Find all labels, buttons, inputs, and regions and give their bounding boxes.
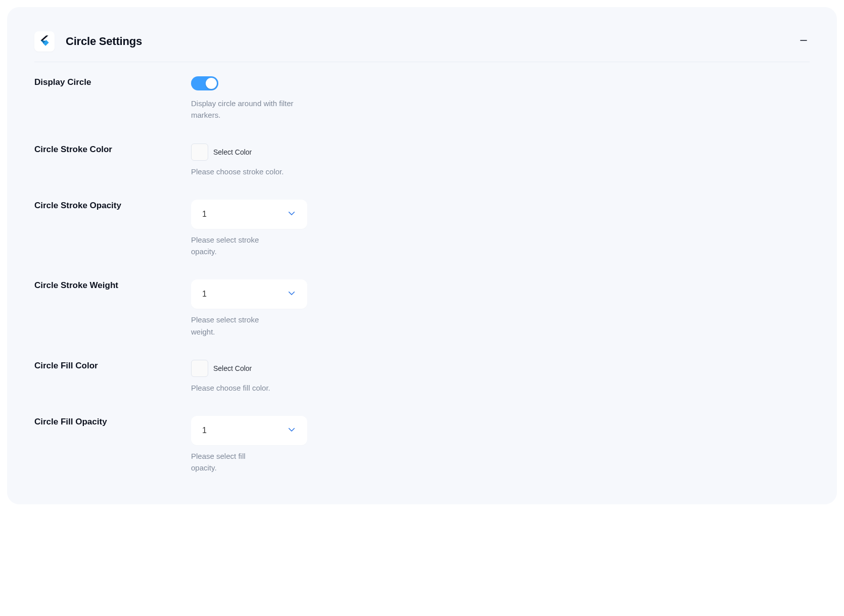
row-stroke-opacity: Circle Stroke Opacity 1 Please select st… <box>34 200 810 258</box>
minus-icon <box>799 36 808 48</box>
row-fill-color: Circle Fill Color Select Color Please ch… <box>34 360 810 394</box>
row-stroke-color: Circle Stroke Color Select Color Please … <box>34 144 810 177</box>
help-stroke-color: Please choose stroke color. <box>191 166 322 177</box>
help-fill-color: Please choose fill color. <box>191 382 322 394</box>
stroke-weight-value: 1 <box>202 290 207 299</box>
control-stroke-color: Select Color Please choose stroke color. <box>191 144 810 177</box>
fill-color-swatch[interactable] <box>191 360 208 377</box>
stroke-color-picker: Select Color <box>191 144 810 161</box>
control-stroke-weight: 1 Please select stroke weight. <box>191 279 810 338</box>
label-fill-color: Circle Fill Color <box>34 360 191 371</box>
chevron-down-icon <box>287 289 296 300</box>
fill-color-picker: Select Color <box>191 360 810 377</box>
collapse-button[interactable] <box>798 35 810 48</box>
stroke-color-swatch[interactable] <box>191 144 208 161</box>
fill-opacity-select[interactable]: 1 <box>191 416 307 445</box>
control-fill-opacity: 1 Please select fill opacity. <box>191 416 810 474</box>
control-stroke-opacity: 1 Please select stroke opacity. <box>191 200 810 258</box>
row-display-circle: Display Circle Display circle around wit… <box>34 76 810 121</box>
stroke-opacity-select[interactable]: 1 <box>191 200 307 229</box>
help-stroke-weight: Please select stroke weight. <box>191 314 272 338</box>
help-display-circle: Display circle around with filter marker… <box>191 98 322 121</box>
panel-header: Circle Settings <box>34 31 810 62</box>
label-stroke-color: Circle Stroke Color <box>34 144 191 155</box>
chevron-down-icon <box>287 209 296 220</box>
display-circle-toggle[interactable] <box>191 76 218 90</box>
stroke-color-button-label: Select Color <box>213 148 252 156</box>
label-stroke-opacity: Circle Stroke Opacity <box>34 200 191 211</box>
fill-opacity-value: 1 <box>202 426 207 435</box>
help-stroke-opacity: Please select stroke opacity. <box>191 234 272 258</box>
chevrons-icon <box>38 34 51 49</box>
chevron-down-icon <box>287 425 296 436</box>
control-display-circle: Display circle around with filter marker… <box>191 76 810 121</box>
panel-title: Circle Settings <box>66 35 142 48</box>
stroke-weight-select[interactable]: 1 <box>191 279 307 309</box>
stroke-opacity-value: 1 <box>202 210 207 219</box>
help-fill-opacity: Please select fill opacity. <box>191 450 272 474</box>
row-stroke-weight: Circle Stroke Weight 1 Please select str… <box>34 279 810 338</box>
fill-color-button-label: Select Color <box>213 364 252 372</box>
panel-logo <box>34 31 55 52</box>
label-display-circle: Display Circle <box>34 76 191 87</box>
row-fill-opacity: Circle Fill Opacity 1 Please select fill… <box>34 416 810 474</box>
panel-header-left: Circle Settings <box>34 31 142 52</box>
circle-settings-panel: Circle Settings Display Circle Display c… <box>7 7 837 504</box>
label-stroke-weight: Circle Stroke Weight <box>34 279 191 291</box>
control-fill-color: Select Color Please choose fill color. <box>191 360 810 394</box>
label-fill-opacity: Circle Fill Opacity <box>34 416 191 427</box>
